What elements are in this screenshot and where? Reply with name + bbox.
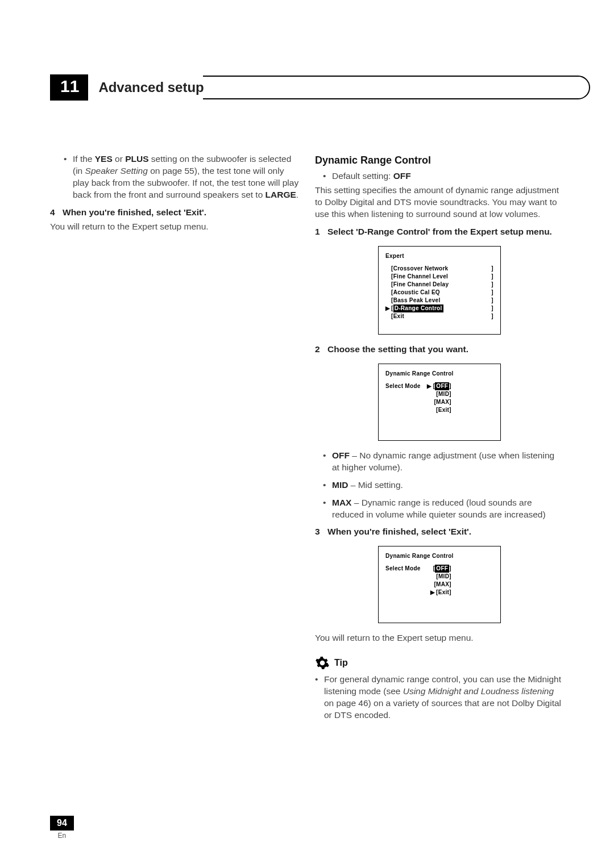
page-number: 94: [50, 816, 74, 831]
text-bold: YES: [95, 154, 113, 164]
option-off: • OFF – No dynamic range adjustment (use…: [323, 450, 564, 474]
section-heading: Dynamic Range Control: [315, 153, 564, 167]
osd-menu-item: [ Acoustic Cal EQ ]: [385, 289, 493, 297]
step-number: 1: [315, 226, 327, 238]
osd-menu-item: [ Fine Channel Delay ]: [385, 281, 493, 289]
note-bullet: • If the YES or PLUS setting on the subw…: [64, 153, 299, 201]
svg-point-0: [321, 661, 325, 665]
right-column: Dynamic Range Control • Default setting:…: [315, 153, 564, 727]
osd-mode-label: Select Mode: [385, 565, 421, 596]
osd-option: [ MID ]: [426, 573, 451, 581]
text: If the: [73, 154, 95, 164]
step-2: 2Choose the setting that you want.: [315, 344, 564, 356]
option-max: • MAX – Dynamic range is reduced (loud s…: [323, 497, 564, 521]
default-setting: • Default setting: OFF: [323, 170, 564, 182]
tip-label: Tip: [334, 657, 348, 669]
text-italic: Using Midnight and Loudness listening: [403, 686, 554, 696]
gear-icon: [315, 656, 330, 670]
osd-option: [ Exit ]: [426, 406, 451, 414]
option-name: OFF: [332, 450, 350, 460]
osd-option: [ MAX ]: [426, 581, 451, 589]
osd-menu-item: [ Crossover Network ]: [385, 265, 493, 273]
intro-paragraph: This setting specifies the amount of dyn…: [315, 185, 564, 220]
osd-option: [ OFF ]: [426, 565, 451, 573]
step-number: 4: [50, 207, 63, 219]
page-footer: 94 En: [50, 816, 74, 840]
default-value: OFF: [393, 171, 411, 181]
osd-option: ▶[ OFF ]: [426, 382, 451, 390]
step-text: When you're finished, select 'Exit'.: [327, 527, 471, 536]
osd-option: [ MAX ]: [426, 398, 451, 406]
osd-option: ▶[ Exit ]: [426, 589, 451, 596]
osd-drc-exit: Dynamic Range Control Select Mode [ OFF …: [378, 546, 501, 623]
text-bold: LARGE: [265, 190, 296, 199]
option-name: MID: [332, 480, 348, 490]
chapter-title-rule: [203, 74, 601, 101]
step-text: When you're finished, select 'Exit'.: [63, 207, 206, 217]
osd-title: Dynamic Range Control: [385, 552, 493, 560]
chapter-header: 11 Advanced setup: [50, 74, 564, 101]
option-mid: • MID – Mid setting.: [323, 479, 564, 491]
osd-mode-label: Select Mode: [385, 382, 421, 414]
text-bold: PLUS: [125, 154, 148, 164]
step-1: 1Select 'D-Range Control' from the Exper…: [315, 226, 564, 238]
text-italic: Speaker Setting: [85, 166, 148, 176]
step-4-note: You will return to the Expert setup menu…: [50, 221, 299, 233]
chapter-number-badge: 11: [50, 74, 88, 101]
tip-heading: Tip: [315, 656, 564, 670]
step-4: 4When you're finished, select 'Exit'.: [50, 207, 299, 219]
osd-menu-item: [ Bass Peak Level ]: [385, 297, 493, 304]
text: .: [296, 190, 298, 199]
step-text: Choose the setting that you want.: [327, 344, 468, 354]
page-language: En: [50, 832, 74, 840]
text: or: [113, 154, 125, 164]
option-desc: – Mid setting.: [348, 480, 403, 490]
option-desc: – No dynamic range adjustment (use when …: [332, 450, 554, 472]
text: Default setting:: [332, 171, 393, 181]
left-column: • If the YES or PLUS setting on the subw…: [50, 153, 299, 727]
step-3-note: You will return to the Expert setup menu…: [315, 632, 564, 644]
chapter-title: Advanced setup: [98, 80, 204, 95]
osd-title: Expert: [385, 252, 493, 260]
osd-menu-item: [ Fine Channel Level ]: [385, 273, 493, 281]
osd-option: [ MID ]: [426, 390, 451, 398]
step-text: Select 'D-Range Control' from the Expert…: [327, 227, 552, 236]
step-number: 2: [315, 344, 327, 356]
option-desc: – Dynamic range is reduced (loud sounds …: [332, 498, 546, 519]
osd-menu-item: ▶[ D-Range Control ]: [385, 304, 493, 312]
option-name: MAX: [332, 498, 351, 507]
text: on page 46) on a variety of sources that…: [324, 698, 561, 720]
osd-menu-item: [ Exit ]: [385, 312, 493, 320]
step-3: 3When you're finished, select 'Exit'.: [315, 526, 564, 538]
osd-expert-menu: Expert [ Crossover Network ][ Fine Chann…: [378, 246, 501, 335]
osd-drc-select: Dynamic Range Control Select Mode ▶[ OFF…: [378, 364, 501, 441]
osd-title: Dynamic Range Control: [385, 370, 493, 378]
step-number: 3: [315, 526, 327, 538]
tip-bullet: • For general dynamic range control, you…: [315, 674, 564, 721]
